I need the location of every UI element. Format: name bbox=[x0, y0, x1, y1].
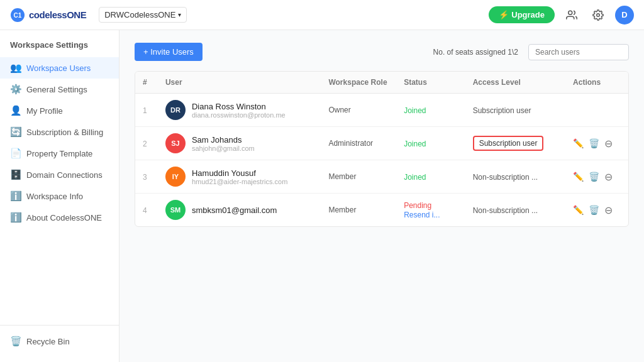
user-cell: DR Diana Ross Winston diana.rosswinston@… bbox=[158, 94, 321, 127]
user-cell: SJ Sam Johands sahjohn@gmail.com bbox=[158, 127, 321, 160]
col-access: Access Level bbox=[465, 72, 565, 94]
delete-icon[interactable]: 🗑️ bbox=[589, 138, 599, 148]
status-cell: Pending Resend i... bbox=[396, 194, 465, 227]
table-row: 2 SJ Sam Johands sahjohn@gmail.com Admin… bbox=[135, 127, 628, 160]
svg-point-3 bbox=[597, 13, 600, 16]
users-table-wrapper: # User Workspace Role Status Access Leve… bbox=[135, 71, 629, 227]
upgrade-label: Upgrade bbox=[511, 10, 545, 19]
sidebar-item-workspace-users[interactable]: 👥 Workspace Users bbox=[0, 57, 119, 79]
row-number: 1 bbox=[135, 94, 158, 127]
profile-icon: 👤 bbox=[10, 105, 21, 116]
row-number: 2 bbox=[135, 127, 158, 160]
actions-cell: ✏️ 🗑️ ⊖ bbox=[565, 194, 628, 227]
access-level: Subscription user bbox=[473, 106, 531, 115]
edit-icon[interactable]: ✏️ bbox=[573, 172, 584, 182]
sidebar-item-label: General Settings bbox=[26, 85, 87, 94]
access-level-cell: Subscription user bbox=[465, 94, 565, 127]
delete-icon[interactable]: 🗑️ bbox=[589, 205, 599, 215]
sidebar-item-domain-connections[interactable]: 🗄️ Domain Connections bbox=[0, 164, 119, 185]
sidebar-item-label: Workspace Info bbox=[26, 192, 83, 201]
access-level-cell: Subscription user bbox=[465, 127, 565, 160]
col-status: Status bbox=[396, 72, 465, 94]
gear-icon: ⚙️ bbox=[10, 84, 21, 95]
status-joined: Joined bbox=[404, 106, 426, 115]
col-actions: Actions bbox=[565, 72, 628, 94]
edit-icon[interactable]: ✏️ bbox=[573, 138, 584, 148]
sidebar: Workspace Settings 👥 Workspace Users ⚙️ … bbox=[0, 30, 119, 362]
status-joined: Joined bbox=[404, 140, 426, 148]
status-joined: Joined bbox=[404, 173, 426, 182]
row-number: 4 bbox=[135, 194, 158, 227]
table-row: 4 SM smbksm01@gmail.com MemberPending Re… bbox=[135, 194, 628, 227]
status-pending: Pending bbox=[404, 201, 431, 210]
remove-icon[interactable]: ⊖ bbox=[604, 171, 613, 183]
sidebar-title: Workspace Settings bbox=[0, 40, 119, 57]
sidebar-item-label: Recycle Bin bbox=[26, 337, 70, 346]
sidebar-item-label: Subscription & Billing bbox=[26, 128, 103, 137]
template-icon: 📄 bbox=[10, 148, 21, 159]
user-name: smbksm01@gmail.com bbox=[192, 206, 277, 215]
sidebar-item-label: Workspace Users bbox=[26, 63, 91, 73]
access-level-highlighted: Subscription user bbox=[473, 136, 544, 151]
content-header: + Invite Users No. of seats assigned 1\2 bbox=[135, 43, 629, 61]
sidebar-divider bbox=[0, 325, 119, 326]
user-avatar: SJ bbox=[165, 133, 186, 153]
search-input[interactable] bbox=[528, 44, 629, 60]
user-avatar[interactable]: D bbox=[615, 6, 634, 25]
upgrade-button[interactable]: ⚡ Upgrade bbox=[489, 6, 555, 23]
sidebar-spacer bbox=[0, 228, 119, 320]
workspace-selector[interactable]: DRWCodelessONE ▾ bbox=[99, 7, 187, 23]
invite-users-button[interactable]: + Invite Users bbox=[135, 43, 203, 61]
delete-icon[interactable]: 🗑️ bbox=[589, 172, 599, 182]
seats-info: No. of seats assigned 1\2 bbox=[433, 48, 518, 57]
access-level-cell: Non-subscription ... bbox=[465, 194, 565, 227]
sidebar-item-label: Property Template bbox=[26, 149, 92, 158]
workspace-role: Administrator bbox=[321, 127, 396, 160]
about-icon: ℹ️ bbox=[10, 212, 21, 223]
table-body: 1 DR Diana Ross Winston diana.rosswinsto… bbox=[135, 94, 628, 227]
billing-icon: 🔄 bbox=[10, 126, 21, 138]
sidebar-item-subscription-billing[interactable]: 🔄 Subscription & Billing bbox=[0, 121, 119, 143]
user-name: Diana Ross Winston bbox=[192, 102, 286, 111]
logo-text: codelessONE bbox=[29, 9, 86, 20]
access-level: Non-subscription ... bbox=[473, 173, 538, 182]
col-user: User bbox=[158, 72, 321, 94]
sidebar-item-property-template[interactable]: 📄 Property Template bbox=[0, 143, 119, 164]
sidebar-item-about-codelessone[interactable]: ℹ️ About CodelessONE bbox=[0, 207, 119, 228]
status-cell: Joined bbox=[396, 160, 465, 194]
user-avatar: SM bbox=[165, 200, 186, 220]
main-content: + Invite Users No. of seats assigned 1\2… bbox=[119, 30, 644, 362]
sidebar-item-workspace-info[interactable]: ℹ️ Workspace Info bbox=[0, 185, 119, 207]
workspace-name: DRWCodelessONE bbox=[104, 10, 175, 19]
status-cell: Joined bbox=[396, 127, 465, 160]
table-header-row: # User Workspace Role Status Access Leve… bbox=[135, 72, 628, 94]
user-email: hmud21@aider-majestrics.com bbox=[192, 178, 287, 185]
user-cell: IY Hamuddin Yousuf hmud21@aider-majestri… bbox=[158, 160, 321, 194]
top-nav: C1 codelessONE DRWCodelessONE ▾ ⚡ Upgrad… bbox=[0, 0, 644, 30]
col-role: Workspace Role bbox=[321, 72, 396, 94]
users-table: # User Workspace Role Status Access Leve… bbox=[135, 72, 628, 226]
workspace-role: Owner bbox=[321, 94, 396, 127]
sidebar-item-general-settings[interactable]: ⚙️ General Settings bbox=[0, 79, 119, 100]
remove-icon[interactable]: ⊖ bbox=[604, 204, 613, 216]
user-cell: SM smbksm01@gmail.com bbox=[158, 194, 321, 227]
sidebar-item-label: Domain Connections bbox=[26, 170, 103, 180]
workspace-role: Member bbox=[321, 160, 396, 194]
actions-cell: ✏️ 🗑️ ⊖ bbox=[565, 127, 628, 160]
main-layout: Workspace Settings 👥 Workspace Users ⚙️ … bbox=[0, 30, 644, 362]
settings-icon[interactable] bbox=[589, 6, 608, 25]
resend-link[interactable]: Resend i... bbox=[404, 211, 440, 219]
workspace-role: Member bbox=[321, 194, 396, 227]
sidebar-item-recycle-bin[interactable]: 🗑️ Recycle Bin bbox=[0, 331, 119, 352]
remove-icon[interactable]: ⊖ bbox=[604, 138, 613, 150]
col-hash: # bbox=[135, 72, 158, 94]
user-name: Sam Johands bbox=[192, 135, 255, 145]
lightning-icon: ⚡ bbox=[499, 10, 509, 19]
status-cell: Joined bbox=[396, 94, 465, 127]
users-icon[interactable] bbox=[562, 6, 581, 25]
sidebar-item-label: About CodelessONE bbox=[26, 213, 102, 222]
edit-icon[interactable]: ✏️ bbox=[573, 205, 584, 215]
recycle-bin-icon: 🗑️ bbox=[10, 336, 21, 347]
actions-cell bbox=[565, 94, 628, 127]
sidebar-item-my-profile[interactable]: 👤 My Profile bbox=[0, 100, 119, 121]
